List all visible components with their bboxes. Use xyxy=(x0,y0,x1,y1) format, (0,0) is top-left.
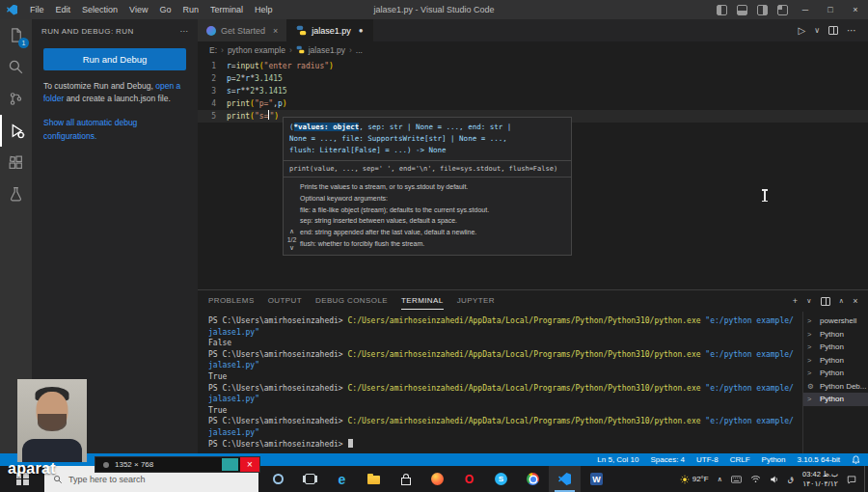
terminal-session-label: Python xyxy=(820,330,844,339)
terminal-session[interactable]: >Python xyxy=(803,328,868,342)
wifi-icon[interactable] xyxy=(750,475,761,483)
doc-line: Optional keyword arguments: xyxy=(300,193,565,205)
panel-tab-debug-console[interactable]: DEBUG CONSOLE xyxy=(315,292,388,310)
terminal-session[interactable]: >Python xyxy=(803,367,868,380)
toggle-sidebar-icon[interactable] xyxy=(717,5,727,15)
tray-chevron-icon[interactable]: ∧ xyxy=(718,476,722,483)
tab-get-started[interactable]: Get Started × xyxy=(198,19,287,41)
code-line-1[interactable]: 1r=input("enter radius") xyxy=(198,60,868,72)
menu-view[interactable]: View xyxy=(123,5,153,14)
input-language-indicator[interactable]: ق xyxy=(788,475,794,483)
breadcrumb-item[interactable]: python example xyxy=(228,45,285,55)
menu-help[interactable]: Help xyxy=(249,5,279,14)
menu-terminal[interactable]: Terminal xyxy=(204,5,249,14)
menu-selection[interactable]: Selection xyxy=(76,5,123,14)
volume-icon[interactable] xyxy=(770,475,779,484)
terminal-session[interactable]: >Python xyxy=(803,393,868,406)
panel-tab-problems[interactable]: PROBLEMS xyxy=(208,292,255,310)
maximize-panel-icon[interactable]: ∧ xyxy=(839,297,845,305)
pager-up-icon[interactable]: ∧ xyxy=(289,228,294,235)
pager-down-icon[interactable]: ∨ xyxy=(289,244,294,252)
more-actions-icon[interactable]: ⋯ xyxy=(847,25,856,36)
panel-tab-terminal[interactable]: TERMINAL xyxy=(401,292,444,310)
taskbar-opera[interactable]: O xyxy=(453,466,485,492)
minimize-button[interactable]: ─ xyxy=(793,0,818,19)
status-cursor-position[interactable]: Ln 5, Col 10 xyxy=(597,455,638,464)
show-desktop-button[interactable] xyxy=(864,466,868,492)
breadcrumb-item[interactable]: E: xyxy=(209,45,217,55)
maximize-button[interactable]: □ xyxy=(818,0,843,19)
new-terminal-icon[interactable]: + xyxy=(793,296,799,306)
menu-go[interactable]: Go xyxy=(153,5,176,14)
signature-pager: ∧ 1/2 ∨ xyxy=(284,178,300,255)
breadcrumb-separator-icon: › xyxy=(289,45,292,55)
code-line-3[interactable]: 3s=r**2*3.1415 xyxy=(198,85,868,97)
terminal-profile-dropdown-icon[interactable]: ∨ xyxy=(806,297,812,305)
terminal-session[interactable]: ⚙Python Deb... xyxy=(803,380,868,394)
taskbar-skype[interactable]: S xyxy=(485,466,517,492)
taskbar-cortana[interactable] xyxy=(262,466,294,492)
status-language[interactable]: Python xyxy=(762,455,786,464)
recorder-close-button[interactable]: × xyxy=(240,457,259,472)
explorer-icon[interactable]: 1 xyxy=(0,19,32,51)
run-dropdown-icon[interactable]: ∨ xyxy=(814,26,820,35)
source-control-icon[interactable] xyxy=(0,83,32,115)
customize-layout-icon[interactable] xyxy=(777,5,788,15)
status-indentation[interactable]: Spaces: 4 xyxy=(650,455,685,464)
breadcrumb-item[interactable]: jalase1.py xyxy=(309,45,345,55)
status-eol[interactable]: CRLF xyxy=(730,455,750,464)
panel-tab-bar: PROBLEMSOUTPUTDEBUG CONSOLETERMINALJUPYT… xyxy=(198,290,868,312)
terminal-session-list: >powershell>Python>Python>Python>Python⚙… xyxy=(802,312,868,453)
terminal-session[interactable]: >Python xyxy=(803,354,868,368)
run-python-file-icon[interactable]: ▷ xyxy=(798,25,805,36)
split-terminal-icon[interactable] xyxy=(821,297,830,306)
run-and-debug-button[interactable]: Run and Debug xyxy=(43,48,186,70)
show-debug-configurations-link[interactable]: Show all automatic debug configurations. xyxy=(43,118,137,140)
toggle-panel-icon[interactable] xyxy=(737,5,747,15)
notifications-bell-icon[interactable] xyxy=(852,454,860,466)
taskbar-store[interactable] xyxy=(390,466,421,492)
menu-run[interactable]: Run xyxy=(176,5,204,14)
taskbar-chrome[interactable] xyxy=(517,466,549,492)
pager-label: 1/2 xyxy=(287,236,297,243)
code-line-2[interactable]: 2p=2*r*3.1415 xyxy=(198,72,868,85)
terminal-session[interactable]: >Python xyxy=(803,341,868,354)
extensions-icon[interactable] xyxy=(0,147,32,178)
code-line-4[interactable]: 4print("p=",p) xyxy=(198,97,868,110)
menu-file[interactable]: File xyxy=(24,5,50,14)
status-encoding[interactable]: UTF-8 xyxy=(696,455,719,464)
taskbar-firefox[interactable] xyxy=(421,466,453,492)
status-interpreter[interactable]: 3.10.5 64-bit xyxy=(798,455,840,464)
toggle-secondary-sidebar-icon[interactable] xyxy=(757,5,768,15)
run-and-debug-icon[interactable] xyxy=(0,115,32,147)
action-center-icon[interactable] xyxy=(847,475,856,484)
close-panel-icon[interactable]: × xyxy=(853,296,858,306)
taskbar-word[interactable]: W xyxy=(581,466,612,492)
taskbar-task-view[interactable] xyxy=(294,466,326,492)
webcam-overlay xyxy=(17,379,87,462)
tab-jalase1-py[interactable]: jalase1.py ● xyxy=(287,19,372,41)
breadcrumb-item[interactable]: ... xyxy=(356,45,363,55)
taskbar-vscode[interactable] xyxy=(549,466,581,492)
keyboard-icon[interactable] xyxy=(731,476,742,483)
code-editor[interactable]: 1r=input("enter radius")2p=2*r*3.14153s=… xyxy=(198,58,868,123)
sun-icon xyxy=(680,475,690,484)
split-editor-icon[interactable] xyxy=(828,26,838,35)
menu-edit[interactable]: Edit xyxy=(50,5,77,14)
terminal-session[interactable]: >powershell xyxy=(803,314,868,328)
taskbar-edge[interactable]: e xyxy=(326,466,358,492)
search-icon[interactable] xyxy=(0,51,32,83)
close-tab-icon[interactable]: × xyxy=(273,26,278,36)
modified-dot-icon[interactable]: ● xyxy=(359,26,364,35)
close-button[interactable]: × xyxy=(843,0,868,19)
panel-tabs: PROBLEMSOUTPUTDEBUG CONSOLETERMINALJUPYT… xyxy=(208,292,508,310)
tray-clock[interactable]: 03:42 ب.ظ ۱۴۰۱/۰۴/۱۲ xyxy=(802,470,838,488)
testing-icon[interactable] xyxy=(0,178,32,210)
taskbar-file-explorer[interactable] xyxy=(358,466,390,492)
sidebar-more-actions-icon[interactable]: ⋯ xyxy=(180,27,188,36)
panel-tab-output[interactable]: OUTPUT xyxy=(268,292,302,310)
panel-tab-jupyter[interactable]: JUPYTER xyxy=(457,292,495,310)
recorder-button[interactable] xyxy=(222,458,238,471)
weather-widget[interactable]: 92°F xyxy=(680,475,709,484)
terminal-output[interactable]: PS C:\Users\amirhoseinzahedi> C:/Users/a… xyxy=(198,312,802,453)
